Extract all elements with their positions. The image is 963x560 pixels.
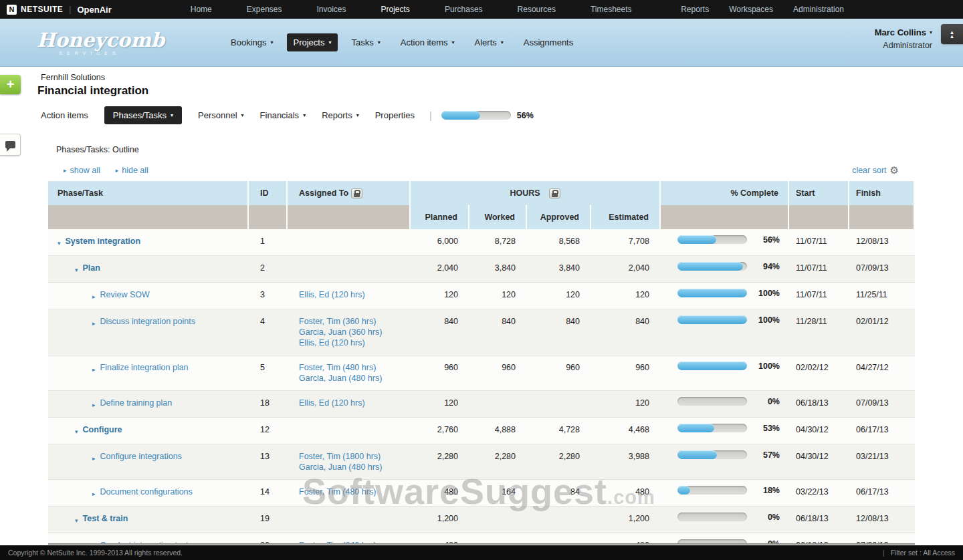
task-link[interactable]: Document configurations [100, 486, 193, 497]
tab-properties[interactable]: Properties [375, 110, 415, 120]
col-header-finish[interactable]: Finish [849, 181, 915, 205]
task-link[interactable]: Discuss integration points [100, 316, 195, 327]
expand-arrow-icon[interactable]: ▸ [92, 318, 96, 329]
header-nav-bookings[interactable]: Bookings▾ [224, 33, 280, 51]
start-cell: 04/30/12 [789, 418, 849, 444]
expand-arrow-icon[interactable]: ▸ [92, 453, 96, 464]
topnav-item-administration[interactable]: Administration [793, 5, 844, 14]
add-button[interactable]: + [0, 75, 21, 94]
hide-all-link[interactable]: ▸ hide all [116, 166, 148, 175]
task-link[interactable]: Configure integrations [100, 451, 182, 462]
task-link[interactable]: Test & train [83, 513, 128, 524]
feedback-button[interactable] [0, 134, 21, 156]
collapse-arrow-icon[interactable]: ▾ [75, 515, 78, 526]
collapse-header-button[interactable]: ▴ ▴ [941, 24, 963, 44]
finish-cell: 06/17/13 [849, 480, 915, 506]
topnav-item-workspaces[interactable]: Workspaces [729, 5, 773, 14]
user-menu[interactable]: Marc Collins ▾ Administrator [875, 27, 932, 50]
col-header-hours[interactable]: HOURS [411, 181, 661, 205]
approved-cell: 4,728 [527, 418, 591, 444]
assigned-cell: Foster, Tim (240 hrs)Garcia, Juan (240 h… [288, 533, 411, 543]
col-header-estimated[interactable]: Estimated [591, 205, 661, 229]
assignee-link[interactable]: Foster, Tim (360 hrs) [299, 316, 376, 327]
task-link[interactable]: Plan [83, 263, 100, 273]
topnav-item-projects[interactable]: Projects [381, 5, 410, 14]
task-link[interactable]: Configure [83, 424, 122, 435]
expand-arrow-icon[interactable]: ▸ [92, 291, 96, 302]
finish-cell: 04/27/12 [849, 356, 915, 390]
assignee-link[interactable]: Ellis, Ed (120 hrs) [299, 337, 365, 348]
phase-cell: ▸Configure integrations [48, 444, 249, 479]
assignee-link[interactable]: Foster, Tim (480 hrs) [299, 486, 376, 497]
expand-arrow-icon[interactable]: ▸ [92, 488, 96, 499]
tab-label: Action items [41, 110, 88, 120]
topnav-item-resources[interactable]: Resources [518, 5, 556, 14]
header-nav-action-items[interactable]: Action items▾ [394, 33, 461, 51]
collapse-arrow-icon[interactable]: ▾ [75, 265, 78, 275]
planned-cell: 840 [411, 309, 469, 355]
assignee-link[interactable]: Foster, Tim (240 hrs) [299, 540, 376, 543]
task-link[interactable]: System integration [66, 236, 141, 247]
header-nav-projects[interactable]: Projects▾ [287, 33, 338, 51]
col-header-id[interactable]: ID [249, 181, 288, 205]
col-header-worked[interactable]: Worked [469, 205, 527, 229]
clear-sort-link[interactable]: clear sort [852, 166, 886, 175]
task-link[interactable]: Finalize integration plan [100, 362, 189, 373]
plus-icon: + [7, 77, 15, 92]
expand-arrow-icon[interactable]: ▸ [92, 364, 96, 375]
topnav-item-expenses[interactable]: Expenses [247, 5, 282, 14]
header-nav-assignments[interactable]: Assignments [517, 33, 580, 51]
phase-cell: ▾Test & train [48, 507, 249, 533]
task-link[interactable]: Define training plan [100, 398, 173, 408]
col-header-start[interactable]: Start [789, 181, 849, 205]
tab-personnel[interactable]: Personnel▾ [198, 110, 244, 120]
id-cell: 19 [249, 507, 288, 533]
topnav-item-home[interactable]: Home [191, 5, 212, 14]
approved-cell: 120 [527, 283, 591, 309]
assignee-link[interactable]: Foster, Tim (1800 hrs) [299, 451, 381, 462]
col-header-phase-task[interactable]: Phase/Task [48, 181, 249, 205]
bottom-status-bar: Copyright © NetSuite Inc. 1999-2013 All … [0, 545, 963, 560]
tab-reports[interactable]: Reports▾ [322, 110, 359, 120]
assignee-link[interactable]: Garcia, Juan (360 hrs) [299, 327, 382, 337]
assignee-link[interactable]: Ellis, Ed (120 hrs) [299, 398, 365, 408]
assignee-link[interactable]: Garcia, Juan (480 hrs) [299, 373, 382, 384]
show-all-link[interactable]: ▸ show all [64, 166, 100, 175]
topnav-item-invoices[interactable]: Invoices [316, 5, 346, 14]
filter-set-label[interactable]: Filter set : All Access [891, 549, 955, 557]
id-cell: 5 [249, 356, 288, 390]
breadcrumb[interactable]: Fernhill Solutions [41, 73, 963, 82]
collapse-arrow-icon[interactable]: ▾ [75, 426, 78, 437]
header-nav-tasks[interactable]: Tasks▾ [344, 33, 387, 51]
clear-sort: clear sort ⚙ [852, 164, 899, 176]
finish-cell: 07/09/13 [849, 256, 915, 282]
assignee-link[interactable]: Garcia, Juan (480 hrs) [299, 462, 382, 472]
table-row: ▾System integration16,0008,7288,5687,708… [48, 229, 915, 256]
pct-complete-cell: 100% [661, 356, 789, 390]
status-divider: | [883, 549, 885, 557]
table-row: ▸Configure integrations13Foster, Tim (18… [48, 444, 915, 480]
col-header-assigned-to[interactable]: Assigned To [288, 181, 411, 205]
progress-bar [677, 262, 747, 271]
topnav-item-timesheets[interactable]: Timesheets [591, 5, 632, 14]
assignee-link[interactable]: Ellis, Ed (120 hrs) [299, 289, 365, 300]
tab-phases-tasks[interactable]: Phases/Tasks▾ [104, 106, 182, 124]
expand-arrow-icon[interactable]: ▸ [92, 542, 96, 543]
topnav-item-reports[interactable]: Reports [681, 5, 709, 14]
task-link[interactable]: Review SOW [100, 289, 150, 300]
collapse-arrow-icon[interactable]: ▾ [58, 238, 61, 249]
col-header-pct-complete[interactable]: % Complete [661, 181, 789, 205]
col-header-approved[interactable]: Approved [527, 205, 591, 229]
col-header-planned[interactable]: Planned [411, 205, 469, 229]
approved-cell: 3,840 [527, 256, 591, 282]
task-link[interactable]: Conduct integration tests [100, 540, 193, 543]
assignee-link[interactable]: Foster, Tim (480 hrs) [299, 362, 376, 373]
header-nav-alerts[interactable]: Alerts▾ [468, 33, 510, 51]
pct-complete-cell: 0% [661, 391, 789, 417]
estimated-cell: 120 [591, 283, 661, 309]
topnav-item-purchases[interactable]: Purchases [445, 5, 483, 14]
expand-arrow-icon[interactable]: ▸ [92, 400, 96, 410]
gear-icon[interactable]: ⚙ [890, 164, 899, 176]
tab-action-items[interactable]: Action items [41, 110, 88, 120]
tab-financials[interactable]: Financials▾ [260, 110, 306, 120]
